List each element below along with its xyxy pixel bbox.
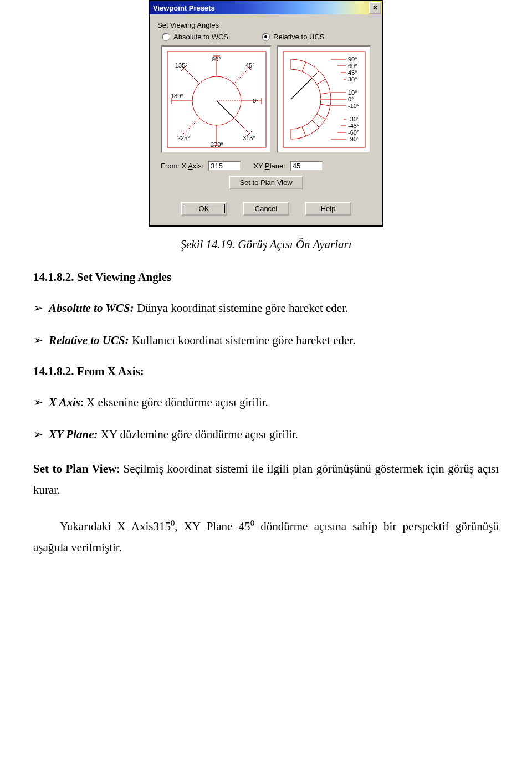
bullet-arrow-icon: ➢ xyxy=(33,332,49,348)
radio-label: Absolute to WCS xyxy=(173,33,228,41)
svg-text:0°: 0° xyxy=(253,98,259,104)
svg-text:315°: 315° xyxy=(243,135,255,141)
radio-icon xyxy=(162,33,170,41)
radio-icon xyxy=(262,33,270,41)
radio-label: Relative to UCS xyxy=(273,33,325,41)
radio-group: Absolute to WCS Relative to UCS xyxy=(162,33,377,41)
dialog-body: Set Viewing Angles Absolute to WCS Relat… xyxy=(150,14,382,225)
bullet-arrow-icon: ➢ xyxy=(33,300,49,316)
section-heading: 14.1.8.2. Set Viewing Angles xyxy=(33,270,499,284)
xaxis-label: From: X Axis: xyxy=(161,162,203,170)
xyplane-label: XY Plane: xyxy=(253,162,285,170)
svg-text:60°: 60° xyxy=(348,63,357,69)
titlebar: Viewpoint Presets ✕ xyxy=(150,1,382,14)
dialog-buttons: OK Cancel Help xyxy=(155,202,377,216)
svg-text:90°: 90° xyxy=(348,56,357,63)
bullet-arrow-icon: ➢ xyxy=(33,426,49,443)
arc-svg: 90° 60° 45° 30° 10° 0° -10° -30° -45° -6… xyxy=(280,48,369,151)
compass-diagram[interactable]: 0° 45° 90° 135° 180° 225° 270° 315° xyxy=(161,45,272,153)
bullet-xyplane: ➢ XY Plane: XY düzlemine göre döndürme a… xyxy=(33,426,499,443)
radio-relative-ucs[interactable]: Relative to UCS xyxy=(262,33,325,41)
svg-text:-30°: -30° xyxy=(348,116,359,122)
set-to-plan-view-button[interactable]: Set to Plan View xyxy=(229,176,303,189)
section-label: Set Viewing Angles xyxy=(157,21,377,29)
svg-text:45°: 45° xyxy=(348,69,357,76)
xaxis-input[interactable] xyxy=(208,161,241,171)
svg-text:-45°: -45° xyxy=(348,122,359,129)
help-button[interactable]: Help xyxy=(305,202,351,216)
figure-caption: Şekil 14.19. Görüş Açısı Ön Ayarları xyxy=(33,238,499,252)
cancel-button[interactable]: Cancel xyxy=(243,202,289,216)
svg-text:-10°: -10° xyxy=(348,102,359,109)
svg-line-31 xyxy=(312,71,319,78)
viewpoint-presets-dialog: Viewpoint Presets ✕ Set Viewing Angles A… xyxy=(149,0,383,227)
svg-line-35 xyxy=(320,104,330,106)
axis-inputs-row: From: X Axis: XY Plane: xyxy=(161,161,377,171)
bullet-relative-ucs: ➢ Relative to UCS: Kullanıcı koordinat s… xyxy=(33,332,499,348)
svg-line-37 xyxy=(312,120,319,127)
svg-text:-60°: -60° xyxy=(348,129,359,136)
section-heading: 14.1.8.2. From X Axis: xyxy=(33,365,499,378)
paragraph-set-plan-view: Set to Plan View: Seçilmiş koordinat sis… xyxy=(33,459,499,501)
elevation-arc-diagram[interactable]: 90° 60° 45° 30° 10° 0° -10° -30° -45° -6… xyxy=(277,45,371,153)
close-icon: ✕ xyxy=(372,4,378,12)
svg-text:30°: 30° xyxy=(348,76,357,83)
svg-line-51 xyxy=(291,78,312,99)
svg-text:135°: 135° xyxy=(175,62,188,69)
diagrams-row: 0° 45° 90° 135° 180° 225° 270° 315° xyxy=(155,45,377,153)
svg-line-32 xyxy=(317,79,325,84)
paragraph-summary: Yukarıdaki X Axis3150, XY Plane 450 dönd… xyxy=(33,516,499,558)
svg-text:180°: 180° xyxy=(171,93,183,99)
svg-text:225°: 225° xyxy=(177,135,190,141)
svg-text:90°: 90° xyxy=(212,56,221,63)
titlebar-title: Viewpoint Presets xyxy=(151,4,369,12)
radio-absolute-wcs[interactable]: Absolute to WCS xyxy=(162,33,228,41)
svg-text:10°: 10° xyxy=(348,89,357,96)
bullet-xaxis: ➢ X Axis: X eksenine göre döndürme açısı… xyxy=(33,394,499,411)
ok-button[interactable]: OK xyxy=(181,202,227,216)
svg-line-36 xyxy=(317,114,325,119)
svg-line-33 xyxy=(320,93,330,94)
compass-svg: 0° 45° 90° 135° 180° 225° 270° 315° xyxy=(164,48,269,151)
bullet-arrow-icon: ➢ xyxy=(33,394,49,411)
xyplane-input[interactable] xyxy=(290,161,323,171)
close-button[interactable]: ✕ xyxy=(369,2,381,14)
svg-text:0°: 0° xyxy=(348,96,354,102)
bullet-absolute-wcs: ➢ Absolute to WCS: Dünya koordinat siste… xyxy=(33,300,499,316)
svg-text:45°: 45° xyxy=(245,62,255,69)
svg-text:270°: 270° xyxy=(211,141,223,148)
svg-line-38 xyxy=(302,127,306,136)
svg-text:-90°: -90° xyxy=(348,136,359,142)
svg-line-30 xyxy=(302,62,306,71)
